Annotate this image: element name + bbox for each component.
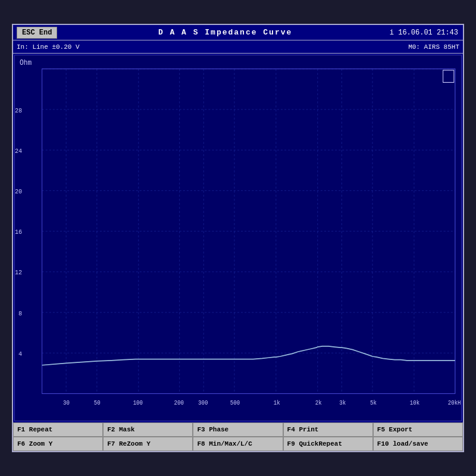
svg-text:300: 300	[198, 399, 208, 406]
svg-text:12: 12	[15, 269, 22, 277]
f8-minmax-button[interactable]: F8 Min/Max/L/C	[193, 437, 283, 451]
f9-quickrepeat-button[interactable]: F9 QuickRepeat	[283, 437, 373, 451]
svg-text:30: 30	[63, 399, 70, 406]
input-info: In: Line ±0.20 V	[17, 43, 408, 51]
f3-phase-button[interactable]: F3 Phase	[193, 422, 283, 437]
fkeys-row1: F1 Repeat F2 Mask F3 Phase F4 Print F5 E…	[13, 422, 463, 437]
top-bar: ESC End D A A S Impedance Curve i 16.06.…	[13, 25, 463, 40]
f7-rezoom-y-button[interactable]: F7 ReZoom Y	[103, 437, 193, 451]
f10-loadsave-button[interactable]: F10 load/save	[373, 437, 463, 451]
svg-text:20kHz: 20kHz	[448, 399, 461, 406]
svg-text:24: 24	[15, 147, 22, 155]
svg-rect-0	[15, 55, 461, 421]
window-title: D A A S Impedance Curve	[61, 28, 389, 37]
svg-text:3k: 3k	[339, 399, 346, 406]
f6-zoom-y-button[interactable]: F6 Zoom Y	[13, 437, 103, 451]
f4-print-button[interactable]: F4 Print	[283, 422, 373, 437]
impedance-chart: Ohm 4 8 12	[15, 55, 461, 421]
svg-text:500: 500	[230, 399, 240, 406]
svg-text:50: 50	[94, 399, 101, 406]
svg-text:20: 20	[15, 187, 22, 195]
svg-text:2k: 2k	[315, 399, 322, 406]
svg-text:1k: 1k	[274, 399, 280, 406]
f1-repeat-button[interactable]: F1 Repeat	[13, 422, 103, 437]
svg-text:Ohm: Ohm	[20, 58, 32, 67]
svg-text:4: 4	[18, 350, 22, 358]
svg-text:28: 28	[15, 107, 22, 114]
main-window: ESC End D A A S Impedance Curve i 16.06.…	[12, 24, 464, 452]
esc-end-button[interactable]: ESC End	[17, 27, 57, 39]
chart-area: Ohm 4 8 12	[14, 55, 462, 421]
datetime-display: i 16.06.01 21:43	[390, 29, 463, 37]
svg-text:5k: 5k	[370, 399, 377, 406]
f2-mask-button[interactable]: F2 Mask	[103, 422, 193, 437]
svg-text:10k: 10k	[410, 399, 420, 406]
info-bar: In: Line ±0.20 V M0: AIRS 85HT	[13, 40, 463, 54]
svg-text:100: 100	[133, 399, 143, 406]
svg-text:200: 200	[174, 399, 184, 406]
svg-text:16: 16	[15, 228, 22, 236]
function-keys-area: F1 Repeat F2 Mask F3 Phase F4 Print F5 E…	[13, 422, 463, 451]
model-info: M0: AIRS 85HT	[408, 43, 459, 51]
f5-export-button[interactable]: F5 Export	[373, 422, 463, 437]
svg-text:8: 8	[18, 309, 22, 317]
fkeys-row2: F6 Zoom Y F7 ReZoom Y F8 Min/Max/L/C F9 …	[13, 437, 463, 451]
